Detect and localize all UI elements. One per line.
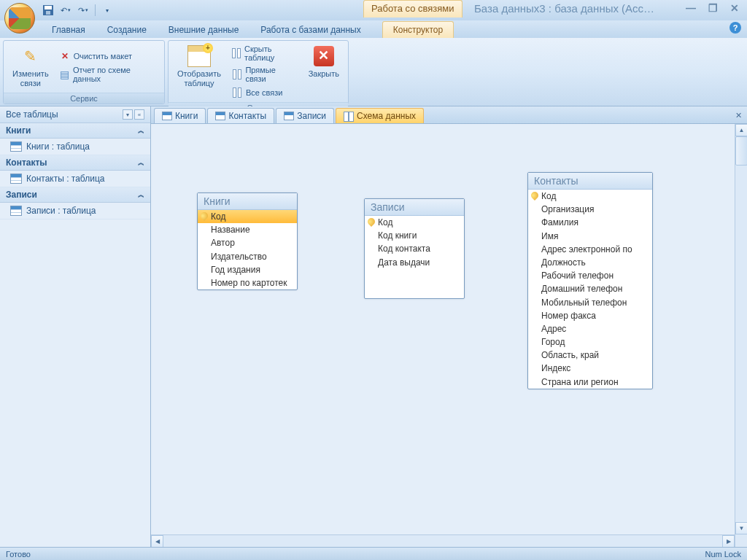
table-icon xyxy=(162,112,172,120)
field-row[interactable]: Адрес электронной по xyxy=(528,243,652,256)
undo-icon: ↶ xyxy=(61,6,67,15)
table-icon xyxy=(284,112,294,120)
doctab-books[interactable]: Книги xyxy=(154,108,206,123)
show-table-button[interactable]: + Отобразить таблицу xyxy=(173,43,225,100)
contextual-tab-group-label: Работа со связями xyxy=(363,0,462,18)
clear-layout-button[interactable]: ✕ Очистить макет xyxy=(56,49,160,63)
navitem-contacts-table[interactable]: Контакты : таблица xyxy=(0,171,150,187)
all-rel-icon xyxy=(231,87,243,98)
table-icon xyxy=(215,112,225,120)
save-icon xyxy=(43,5,53,15)
redo-icon: ↷ xyxy=(78,6,85,15)
minimize-button[interactable]: — xyxy=(683,1,699,15)
status-numlock: Num Lock xyxy=(705,550,741,559)
doctab-relationships[interactable]: Схема данных xyxy=(336,108,424,123)
field-row[interactable]: Год издания xyxy=(198,263,297,276)
collapse-icon: ︽ xyxy=(138,158,144,168)
field-row[interactable]: Автор xyxy=(198,236,297,249)
doctab-contacts[interactable]: Контакты xyxy=(207,108,274,123)
field-row[interactable]: Код xyxy=(198,210,297,223)
scroll-down-button[interactable]: ▼ xyxy=(735,522,747,534)
tab-database-tools[interactable]: Работа с базами данных xyxy=(249,21,371,38)
tablewin-contacts[interactable]: Контакты Код Организация Фамилия Имя Адр… xyxy=(527,172,653,389)
collapse-icon: ︽ xyxy=(138,190,144,200)
field-row[interactable]: Имя xyxy=(528,230,652,243)
field-row[interactable]: Код книги xyxy=(365,229,464,242)
navigation-pane: Все таблицы ▾ « Книги︽ Книги : таблица К… xyxy=(0,106,151,547)
help-button[interactable]: ? xyxy=(729,22,741,34)
hide-table-icon xyxy=(231,47,241,59)
app-title: База данных3 : база данных (Acc… xyxy=(474,2,654,15)
tab-create[interactable]: Создание xyxy=(96,21,158,38)
restore-button[interactable]: ❐ xyxy=(705,1,721,15)
table-add-icon: + xyxy=(187,45,211,67)
qat-save[interactable] xyxy=(41,3,55,18)
navitem-books-table[interactable]: Книги : таблица xyxy=(0,139,150,155)
relationship-report-button[interactable]: ▤ Отчет по схеме данных xyxy=(56,64,160,85)
relationships-canvas[interactable]: Книги Код Название Автор Издательство Го… xyxy=(151,124,747,547)
field-row[interactable]: Фамилия xyxy=(528,216,652,229)
field-row[interactable]: Код контакта xyxy=(365,242,464,255)
field-row[interactable]: Номер по картотек xyxy=(198,276,297,289)
navpane-dropdown[interactable]: ▾ xyxy=(123,109,133,120)
field-row[interactable]: Область, край xyxy=(528,349,652,362)
field-row[interactable]: Индекс xyxy=(528,362,652,375)
status-text: Готово xyxy=(6,550,31,559)
all-relationships-button[interactable]: Все связи xyxy=(228,85,300,100)
ribbon-group-label-service: Сервис xyxy=(4,93,164,104)
field-row[interactable]: Домашний телефон xyxy=(528,282,652,295)
hide-table-button[interactable]: Скрыть таблицу xyxy=(228,43,300,63)
tablewin-records[interactable]: Записи Код Код книги Код контакта Дата в… xyxy=(364,198,465,299)
field-row[interactable]: Страна или регион xyxy=(528,376,652,389)
navgroup-contacts[interactable]: Контакты︽ xyxy=(0,155,150,171)
close-button[interactable]: ✕ xyxy=(727,1,743,15)
tab-external-data[interactable]: Внешние данные xyxy=(158,21,250,38)
report-icon: ▤ xyxy=(59,69,70,80)
field-row[interactable]: Дата выдачи xyxy=(365,256,464,269)
table-icon xyxy=(10,174,22,184)
collapse-icon: ︽ xyxy=(138,126,144,136)
table-icon xyxy=(10,141,22,152)
field-row[interactable]: Город xyxy=(528,335,652,349)
close-icon: ✕ xyxy=(314,46,334,66)
scroll-thumb[interactable] xyxy=(735,136,747,166)
direct-relationships-button[interactable]: Прямые связи xyxy=(228,64,300,85)
navgroup-books[interactable]: Книги︽ xyxy=(0,123,150,139)
navgroup-records[interactable]: Записи︽ xyxy=(0,187,150,203)
field-row[interactable]: Мобильный телефон xyxy=(528,296,652,309)
doctab-close-button[interactable]: ✕ xyxy=(732,109,744,121)
field-row[interactable]: Код xyxy=(528,190,652,203)
tablewin-title[interactable]: Контакты xyxy=(528,173,652,190)
scroll-up-button[interactable]: ▲ xyxy=(735,124,747,136)
field-row[interactable]: Код xyxy=(365,216,464,229)
field-row[interactable]: Адрес xyxy=(528,322,652,335)
table-icon xyxy=(10,206,22,216)
office-button[interactable] xyxy=(4,3,35,34)
tablewin-title[interactable]: Записи xyxy=(365,199,464,216)
navpane-collapse[interactable]: « xyxy=(134,109,144,120)
tablewin-books[interactable]: Книги Код Название Автор Издательство Го… xyxy=(197,192,298,290)
field-row[interactable]: Рабочий телефон xyxy=(528,269,652,282)
close-design-button[interactable]: ✕ Закрыть xyxy=(304,43,344,100)
field-row[interactable]: Название xyxy=(198,223,297,236)
field-row[interactable]: Должность xyxy=(528,256,652,269)
qat-undo[interactable]: ↶▾ xyxy=(58,3,73,18)
tab-home[interactable]: Главная xyxy=(41,21,96,38)
horizontal-scrollbar[interactable]: ◀ ▶ xyxy=(151,534,735,547)
edit-relationships-button[interactable]: ✎ Изменить связи xyxy=(8,43,53,90)
field-row[interactable]: Издательство xyxy=(198,250,297,263)
vertical-scrollbar[interactable]: ▲ ▼ xyxy=(735,124,747,547)
qat-customize[interactable]: ▾ xyxy=(100,3,115,18)
field-row[interactable]: Номер факса xyxy=(528,309,652,322)
tablewin-title[interactable]: Книги xyxy=(198,193,297,210)
qat-redo[interactable]: ↷▾ xyxy=(76,3,90,18)
navpane-header[interactable]: Все таблицы ▾ « xyxy=(0,106,150,123)
navitem-records-table[interactable]: Записи : таблица xyxy=(0,203,150,219)
scroll-right-button[interactable]: ▶ xyxy=(722,535,735,547)
doctab-records[interactable]: Записи xyxy=(276,108,334,123)
scroll-left-button[interactable]: ◀ xyxy=(151,535,163,547)
tab-design[interactable]: Конструктор xyxy=(382,21,454,38)
direct-rel-icon xyxy=(231,69,242,80)
pencil-icon: ✎ xyxy=(24,47,36,65)
field-row[interactable]: Организация xyxy=(528,203,652,216)
